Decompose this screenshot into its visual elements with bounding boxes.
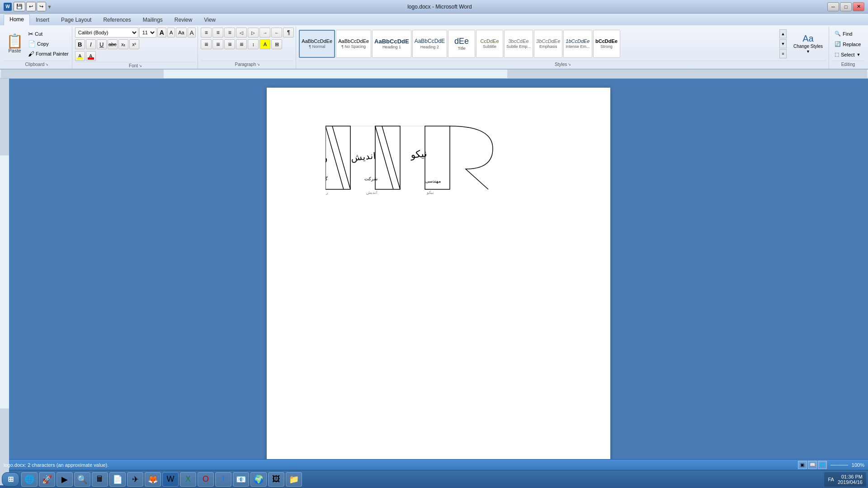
status-left: logo.docx: 2 characters (an approximate … — [4, 462, 108, 468]
numbering-button[interactable]: ≡ — [212, 28, 223, 38]
taskbar-email[interactable]: 📧 — [233, 472, 249, 487]
bold-button[interactable]: B — [75, 39, 85, 49]
paste-button[interactable]: 📋 Paste — [4, 28, 26, 60]
tab-mailings[interactable]: Mailings — [137, 14, 169, 25]
taskbar-photos[interactable]: 🖼 — [268, 472, 284, 487]
decrease-indent-button[interactable]: ◁ — [236, 28, 247, 38]
taskbar-opera[interactable]: O — [198, 472, 214, 487]
tab-view[interactable]: View — [198, 14, 222, 25]
minimize-button[interactable]: ─ — [827, 2, 839, 11]
font-size-select[interactable]: 11 8910 12141618 — [139, 28, 156, 38]
font-color-button[interactable]: A — [86, 51, 96, 61]
view-normal-button[interactable]: ▣ — [798, 461, 807, 469]
style-strong[interactable]: bCcDdEe Strong — [593, 30, 620, 58]
italic-button[interactable]: I — [86, 39, 96, 49]
taskbar-ie[interactable]: 🌐 — [21, 472, 38, 487]
save-button[interactable]: 💾 — [14, 2, 25, 11]
tab-pagelayout[interactable]: Page Layout — [55, 14, 97, 25]
style-subtle-emphasis[interactable]: 3bcCdEe Subtle Emp... — [504, 30, 533, 58]
highlight-color-button[interactable]: A — [75, 51, 85, 61]
svg-text:رسام: رسام — [326, 190, 328, 195]
taskbar-word[interactable]: W — [162, 472, 179, 487]
borders-button[interactable]: ⊞ — [271, 39, 282, 49]
clipboard-expand[interactable]: ↘ — [45, 62, 48, 66]
change-styles-button[interactable]: Aa Change Styles ▼ — [789, 31, 827, 56]
styles-scroll-up[interactable]: ▲ — [779, 29, 787, 38]
paragraph-group-expand[interactable]: ↘ — [257, 62, 260, 66]
font-group-expand[interactable]: ↘ — [139, 64, 142, 68]
align-left-button[interactable]: ≡ — [201, 39, 212, 49]
taskbar-folder[interactable]: 📁 — [286, 472, 302, 487]
ltr-button[interactable]: → — [259, 28, 270, 38]
replace-button[interactable]: 🔄 Replace — [832, 40, 864, 48]
cut-button[interactable]: ✂ Cut — [27, 29, 70, 38]
font-grow-button[interactable]: A — [157, 28, 166, 38]
font-name-select[interactable]: Calibri (Body) Arial Times New Roman — [75, 28, 138, 38]
start-button[interactable]: ⊞ — [2, 472, 19, 487]
style-no-spacing[interactable]: AaBbCcDdEe ¶ No Spacing — [336, 30, 371, 58]
copy-button[interactable]: 📄 Copy — [27, 39, 70, 48]
taskbar-rocket[interactable]: 🚀 — [39, 472, 55, 487]
taskbar-media[interactable]: ▶ — [57, 472, 73, 487]
styles-scroll-down[interactable]: ▼ — [779, 39, 787, 48]
svg-line-10 — [332, 126, 350, 189]
clear-formatting-button[interactable]: A — [188, 28, 196, 38]
find-button[interactable]: 🔍 Find — [832, 29, 864, 38]
style-heading2[interactable]: AaBbCcDdE Heading 2 — [412, 30, 447, 58]
svg-rect-1 — [1, 70, 164, 79]
status-bar: logo.docx: 2 characters (an approximate … — [0, 459, 868, 470]
show-hide-button[interactable]: ¶ — [283, 28, 294, 38]
select-button[interactable]: ⬚ Select ▼ — [832, 50, 864, 59]
shading-button[interactable]: A — [259, 39, 270, 49]
style-subtitle[interactable]: CcDdEe Subtitle — [476, 30, 503, 58]
justify-button[interactable]: ≡ — [236, 39, 247, 49]
vertical-ruler — [0, 79, 9, 459]
taskbar-firefox[interactable]: 🦊 — [145, 472, 161, 487]
horizontal-ruler — [0, 70, 868, 79]
style-intense-emphasis[interactable]: 1bCcDdEe Intense Em... — [563, 30, 592, 58]
strikethrough-button[interactable]: abc — [108, 39, 118, 49]
font-shrink-button[interactable]: A — [167, 28, 175, 38]
style-normal[interactable]: AaBbCcDdEe ¶ Normal — [299, 30, 335, 58]
document-area[interactable]: رسام گروه اندیش شرکت — [9, 79, 868, 459]
underline-button[interactable]: U — [97, 39, 107, 49]
bullets-button[interactable]: ≡ — [201, 28, 212, 38]
align-right-button[interactable]: ≡ — [224, 39, 235, 49]
maximize-button[interactable]: □ — [840, 2, 852, 11]
style-title[interactable]: dEe Title — [448, 30, 475, 58]
redo-button[interactable]: ↪ — [37, 2, 46, 11]
style-heading1[interactable]: AaBbCcDdE Heading 1 — [372, 30, 411, 58]
taskbar-telegram[interactable]: ✈ — [127, 472, 143, 487]
font-group: Calibri (Body) Arial Times New Roman 11 … — [73, 27, 198, 69]
rtl-button[interactable]: ← — [271, 28, 282, 38]
multilevel-list-button[interactable]: ≡ — [224, 28, 235, 38]
close-button[interactable]: ✕ — [853, 2, 864, 11]
change-case-button[interactable]: Aa — [176, 28, 186, 38]
undo-button[interactable]: ↩ — [26, 2, 36, 11]
taskbar-fb[interactable]: f — [215, 472, 231, 487]
svg-text:مهندسی: مهندسی — [425, 178, 441, 184]
view-reading-button[interactable]: 📖 — [808, 461, 817, 469]
taskbar-excel[interactable]: X — [180, 472, 196, 487]
tab-references[interactable]: References — [97, 14, 137, 25]
tab-insert[interactable]: Insert — [30, 14, 55, 25]
tab-review[interactable]: Review — [169, 14, 198, 25]
style-emphasis[interactable]: 3bCcDdEe Emphasis — [534, 30, 562, 58]
styles-more[interactable]: ≡ — [779, 49, 787, 58]
taskbar-browser2[interactable]: 🌍 — [250, 472, 267, 487]
ribbon: 📋 Paste ✂ Cut 📄 Copy 🖌 Format Painter — [0, 25, 868, 70]
superscript-button[interactable]: x² — [129, 39, 139, 49]
format-painter-button[interactable]: 🖌 Format Painter — [27, 49, 70, 58]
taskbar-calc[interactable]: 🖩 — [92, 472, 108, 487]
tab-home[interactable]: Home — [4, 14, 30, 25]
taskbar-chrome[interactable]: 🔍 — [74, 472, 90, 487]
align-center-button[interactable]: ≡ — [212, 39, 223, 49]
increase-indent-button[interactable]: ▷ — [248, 28, 259, 38]
line-spacing-button[interactable]: ↕ — [248, 39, 259, 49]
styles-group-expand[interactable]: ↘ — [568, 62, 571, 66]
view-web-button[interactable]: 🌐 — [818, 461, 827, 469]
taskbar-apps: 🌐 🚀 ▶ 🔍 🖩 📄 ✈ 🦊 W X O f 📧 🌍 🖼 📁 — [21, 472, 822, 487]
subscript-button[interactable]: x₂ — [118, 39, 128, 49]
taskbar-pdf[interactable]: 📄 — [109, 472, 126, 487]
title-left: W 💾 ↩ ↪ ▼ — [4, 2, 52, 11]
